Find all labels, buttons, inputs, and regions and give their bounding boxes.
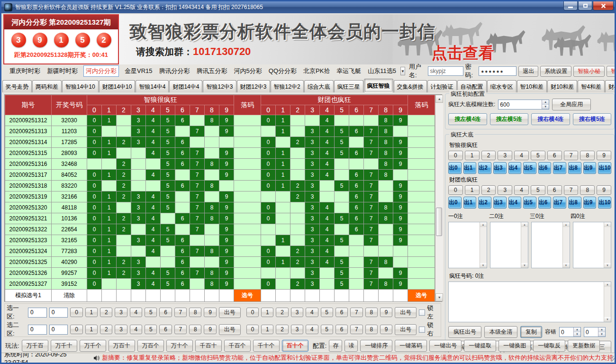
zhilang-cell-7[interactable]: 7 (190, 268, 205, 279)
caituan-cell-2[interactable]: 2 (290, 181, 305, 191)
pick-button-right[interactable]: 选号 (408, 290, 435, 302)
zhilang-cell-1[interactable]: 1 (102, 170, 117, 181)
zhilang-cell-7[interactable] (190, 257, 205, 268)
zhilang-cell-5[interactable] (161, 213, 175, 224)
zhilang-cell-1[interactable]: 1 (102, 246, 117, 257)
method-button-0[interactable]: 万千百 (22, 340, 48, 352)
user-button-2[interactable]: 智狼小秘 (573, 66, 605, 77)
chu-button-1-2[interactable]: 出2 (478, 197, 491, 209)
zhilang-cell-4[interactable]: 4 (146, 170, 161, 181)
zhilang-cell-1[interactable]: 1 (102, 235, 117, 246)
caituan-cell-3[interactable] (305, 115, 320, 126)
zone-digit-button-7[interactable]: 7 (174, 308, 187, 317)
caituan-cell-4[interactable]: 4 (320, 115, 335, 126)
zhilang-cell-3[interactable]: 3 (131, 213, 146, 224)
caituan-cell-0[interactable]: 0 (261, 115, 276, 126)
zone-chu-button[interactable]: 出号 (395, 324, 417, 335)
resize-grip[interactable] (611, 356, 616, 362)
zhilang-cell-5[interactable]: 5 (161, 191, 175, 202)
footer-cell[interactable] (349, 290, 364, 302)
table-scrollbar[interactable]: ▲ ▼ (435, 95, 443, 301)
zhilang-cell-8[interactable] (205, 170, 219, 181)
caituan-cell-8[interactable]: 8 (379, 257, 393, 268)
note-listbox-2[interactable]: ▲▼ (531, 222, 570, 268)
tab-10[interactable]: 疯狂三星 (334, 80, 363, 92)
caituan-cell-7[interactable]: 7 (364, 137, 379, 148)
scroll-down-icon[interactable]: ▼ (604, 263, 611, 268)
tab-2[interactable]: 智狼14中10 (62, 80, 99, 92)
zhilang-cell-3[interactable] (131, 170, 146, 181)
luoma-cell[interactable] (408, 246, 435, 257)
caituan-cell-3[interactable]: 3 (305, 181, 320, 191)
method-button-8[interactable]: 千十个 (253, 340, 280, 352)
zhilang-cell-2[interactable]: 2 (117, 257, 131, 268)
footer-cell[interactable] (335, 290, 349, 302)
zone-digit-button-4[interactable]: 4 (306, 308, 318, 317)
zhilang-cell-5[interactable]: 5 (161, 170, 175, 181)
tab-11[interactable]: 疯狂智狼 (364, 79, 393, 92)
digit-button-1-6[interactable]: 6 (547, 185, 562, 195)
caituan-cell-3[interactable]: 3 (305, 246, 320, 257)
spin-down-icon[interactable]: ▼ (542, 105, 549, 109)
luoma-cell[interactable] (408, 202, 435, 213)
caituan-cell-6[interactable] (349, 279, 364, 290)
zhilang-cell-6[interactable]: 6 (175, 268, 190, 279)
luoma-cell[interactable] (234, 202, 261, 213)
zhilang-cell-4[interactable]: 4 (146, 279, 161, 290)
chu-button-1-9[interactable]: 出9 (583, 197, 597, 209)
caituan-cell-0[interactable]: 0 (261, 213, 276, 224)
luoma-cell[interactable] (234, 170, 261, 181)
zone-digit-button-6[interactable]: 6 (335, 325, 348, 334)
caituan-cell-6[interactable] (349, 137, 364, 148)
zhilang-cell-0[interactable]: 0 (87, 181, 102, 191)
luoma-cell[interactable] (234, 257, 261, 268)
luoma-cell[interactable] (408, 191, 435, 202)
caituan-cell-1[interactable] (276, 202, 290, 213)
zhilang-cell-4[interactable]: 4 (146, 115, 161, 126)
zone-chu-button[interactable]: 出号 (395, 307, 417, 318)
caituan-cell-1[interactable] (276, 279, 290, 290)
caituan-cell-8[interactable] (379, 224, 393, 235)
action-button-4[interactable]: 一键换图 (498, 340, 531, 352)
zhilang-cell-5[interactable]: 5 (161, 181, 175, 191)
caituan-cell-8[interactable]: 8 (379, 148, 393, 159)
zhilang-cell-0[interactable]: 0 (87, 246, 102, 257)
caituan-cell-4[interactable] (320, 181, 335, 191)
caituan-cell-4[interactable]: 4 (320, 137, 335, 148)
caituan-cell-3[interactable]: 3 (305, 257, 320, 268)
zhilang-cell-3[interactable]: 3 (131, 202, 146, 213)
zhilang-cell-9[interactable]: 9 (219, 224, 234, 235)
caituan-cell-1[interactable] (276, 246, 290, 257)
caituan-cell-4[interactable]: 4 (320, 170, 335, 181)
zhilang-cell-0[interactable]: 0 (87, 202, 102, 213)
caituan-cell-5[interactable]: 5 (335, 279, 349, 290)
caituan-cell-4[interactable] (320, 268, 335, 279)
caituan-cell-7[interactable]: 7 (364, 279, 379, 290)
zhilang-cell-5[interactable]: 5 (161, 235, 175, 246)
digit-button-0-4[interactable]: 4 (514, 151, 529, 160)
zhilang-cell-5[interactable]: 5 (161, 159, 175, 170)
zhilang-cell-5[interactable]: 5 (161, 224, 175, 235)
caituan-cell-6[interactable]: 6 (349, 191, 364, 202)
caituan-cell-4[interactable]: 4 (320, 257, 335, 268)
zhilang-cell-7[interactable]: 7 (190, 126, 205, 137)
caituan-cell-9[interactable]: 9 (393, 268, 408, 279)
caituan-cell-1[interactable]: 1 (276, 257, 290, 268)
zhilang-cell-8[interactable]: 8 (205, 202, 219, 213)
nav-item-10[interactable]: 山东11选5 (368, 67, 396, 75)
caituan-cell-4[interactable]: 4 (320, 126, 335, 137)
zhilang-cell-4[interactable]: 4 (146, 235, 161, 246)
caituan-cell-1[interactable] (276, 213, 290, 224)
scrollbar-thumb[interactable] (436, 208, 442, 236)
caituan-cell-4[interactable]: 4 (320, 224, 335, 235)
zhilang-cell-3[interactable]: 3 (131, 257, 146, 268)
tab-5[interactable]: 财团14中4 (169, 80, 202, 92)
zone-digit-button-1[interactable]: 1 (85, 308, 98, 317)
zhilang-cell-7[interactable]: 7 (190, 159, 205, 170)
caituan-cell-6[interactable] (349, 159, 364, 170)
zhilang-cell-9[interactable] (219, 181, 234, 191)
zone-digit-button-8[interactable]: 8 (189, 325, 201, 334)
tab-9[interactable]: 综合大底 (304, 80, 334, 92)
zhilang-cell-6[interactable] (175, 202, 190, 213)
caituan-cell-4[interactable]: 4 (320, 202, 335, 213)
